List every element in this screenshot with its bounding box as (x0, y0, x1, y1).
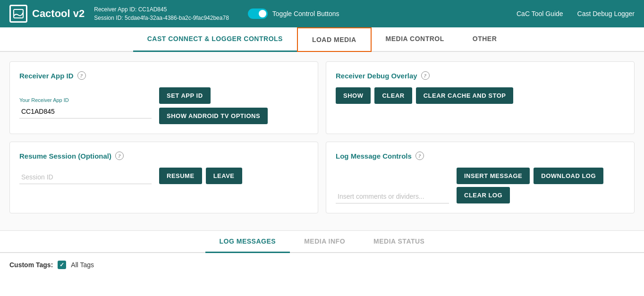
clear-log-button[interactable]: CLEAR LOG (457, 187, 510, 203)
insert-message-button[interactable]: INSERT MESSAGE (457, 168, 530, 184)
header-info: Receiver App ID: CC1AD845 Session ID: 5c… (94, 5, 229, 22)
app-logo: Cactool v2 (9, 5, 85, 23)
resume-session-buttons: RESUME LEAVE (159, 168, 242, 184)
app-title: Cactool v2 (32, 8, 85, 20)
resume-button[interactable]: RESUME (159, 168, 202, 184)
svg-rect-0 (14, 9, 23, 18)
resume-session-title: Resume Session (Optional) ? (19, 152, 308, 160)
show-android-tv-button[interactable]: SHOW ANDROID TV OPTIONS (159, 108, 268, 124)
all-tags-label: All Tags (71, 261, 94, 269)
header-links: CaC Tool Guide Cast Debug Logger (517, 10, 635, 17)
receiver-app-id-header: Receiver App ID: CC1AD845 (94, 5, 229, 14)
toggle-control-buttons[interactable] (248, 8, 268, 19)
tab-log-messages[interactable]: LOG MESSAGES (205, 231, 290, 253)
receiver-app-id-card: Receiver App ID ? Your Receiver App ID S… (9, 61, 318, 134)
app-header: Cactool v2 Receiver App ID: CC1AD845 Ses… (0, 0, 644, 27)
cards-row-2: Resume Session (Optional) ? RESUME LEAVE… (9, 142, 635, 213)
receiver-debug-help-icon[interactable]: ? (421, 71, 430, 80)
tab-media-status[interactable]: MEDIA STATUS (359, 231, 439, 253)
session-id-input[interactable] (19, 170, 152, 184)
log-buttons: INSERT MESSAGE DOWNLOAD LOG CLEAR LOG (457, 168, 603, 203)
log-buttons-row2: CLEAR LOG (457, 187, 603, 203)
tab-other[interactable]: OTHER (458, 27, 511, 52)
log-message-body: INSERT MESSAGE DOWNLOAD LOG CLEAR LOG (336, 168, 625, 203)
resume-session-card: Resume Session (Optional) ? RESUME LEAVE (9, 142, 318, 213)
receiver-app-id-buttons: SET APP ID SHOW ANDROID TV OPTIONS (159, 87, 308, 124)
log-message-card: Log Message Controls ? INSERT MESSAGE DO… (326, 142, 635, 213)
tab-load-media[interactable]: LOAD MEDIA (297, 27, 372, 52)
download-log-button[interactable]: DOWNLOAD LOG (534, 168, 603, 184)
receiver-app-id-title: Receiver App ID ? (19, 71, 308, 80)
leave-button[interactable]: LEAVE (206, 168, 242, 184)
bottom-tabs-container: LOG MESSAGES MEDIA INFO MEDIA STATUS Cus… (0, 230, 644, 277)
main-content: Receiver App ID ? Your Receiver App ID S… (0, 52, 644, 230)
clear-button[interactable]: CLEAR (374, 87, 412, 104)
custom-tags-label: Custom Tags: (9, 261, 53, 269)
logo-icon (9, 5, 27, 23)
receiver-app-id-input-group: Your Receiver App ID (19, 97, 152, 118)
resume-session-body: RESUME LEAVE (19, 168, 308, 184)
receiver-app-id-input[interactable] (19, 105, 152, 118)
receiver-debug-title: Receiver Debug Overlay ? (336, 71, 625, 80)
log-message-title: Log Message Controls ? (336, 152, 625, 160)
tab-media-control[interactable]: MEDIA CONTROL (372, 27, 458, 52)
receiver-app-id-sublabel: Your Receiver App ID (19, 97, 152, 103)
main-nav: CAST CONNECT & LOGGER CONTROLS LOAD MEDI… (0, 27, 644, 52)
tab-cast-connect[interactable]: CAST CONNECT & LOGGER CONTROLS (133, 27, 297, 52)
bottom-tabs: LOG MESSAGES MEDIA INFO MEDIA STATUS (0, 231, 644, 253)
receiver-debug-card: Receiver Debug Overlay ? SHOW CLEAR CLEA… (326, 61, 635, 134)
cac-tool-guide-link[interactable]: CaC Tool Guide (517, 10, 563, 17)
log-buttons-row1: INSERT MESSAGE DOWNLOAD LOG (457, 168, 603, 184)
tab-media-info[interactable]: MEDIA INFO (290, 231, 359, 253)
log-comment-input[interactable] (336, 190, 449, 203)
cast-debug-logger-link[interactable]: Cast Debug Logger (577, 10, 635, 17)
receiver-app-id-help-icon[interactable]: ? (77, 71, 86, 80)
log-message-help-icon[interactable]: ? (415, 152, 424, 160)
session-id-header: Session ID: 5cdae4fa-32aa-4386-ba2c-9fac… (94, 14, 229, 22)
resume-session-help-icon[interactable]: ? (115, 152, 124, 160)
clear-cache-stop-button[interactable]: CLEAR CACHE AND STOP (416, 87, 514, 104)
toggle-label: Toggle Control Buttons (272, 10, 339, 17)
show-button[interactable]: SHOW (336, 87, 371, 104)
cards-row-1: Receiver App ID ? Your Receiver App ID S… (9, 61, 635, 134)
toggle-area: Toggle Control Buttons (248, 8, 339, 19)
receiver-app-id-body: Your Receiver App ID SET APP ID SHOW AND… (19, 87, 308, 124)
set-app-id-button[interactable]: SET APP ID (159, 87, 211, 104)
all-tags-checkbox[interactable] (58, 261, 66, 269)
custom-tags-row: Custom Tags: All Tags (0, 253, 644, 277)
receiver-debug-buttons: SHOW CLEAR CLEAR CACHE AND STOP (336, 87, 625, 104)
